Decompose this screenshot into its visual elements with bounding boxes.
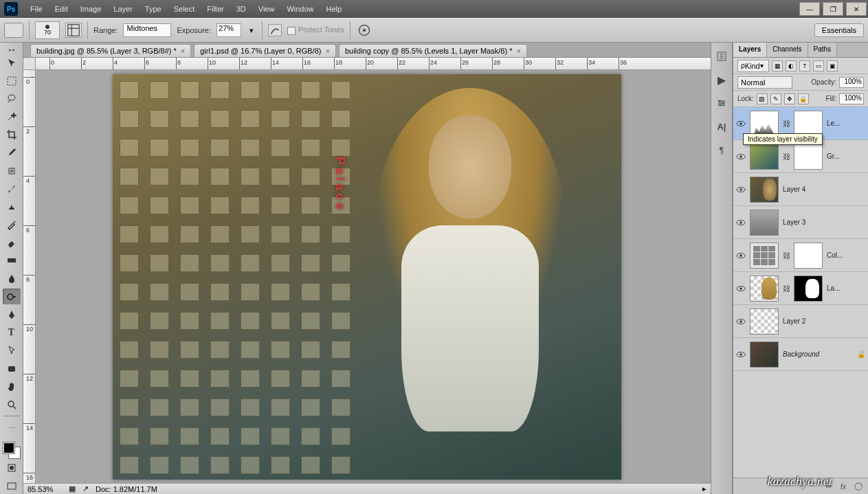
filter-kind-select[interactable]: ρ Kind ▾: [737, 60, 769, 72]
lock-transparency-icon[interactable]: ▨: [757, 93, 768, 104]
visibility-toggle[interactable]: [736, 185, 746, 194]
eraser-tool[interactable]: [3, 235, 21, 251]
clone-stamp-tool[interactable]: [3, 199, 21, 214]
layer-thumbnail[interactable]: [750, 111, 779, 137]
layer-name[interactable]: Layer 2: [783, 317, 865, 325]
layer-thumbnail[interactable]: [750, 308, 779, 335]
menu-view[interactable]: View: [253, 2, 280, 16]
layer-row[interactable]: ⛓ Gr...: [733, 140, 868, 173]
mask-thumbnail[interactable]: [794, 144, 823, 170]
visibility-toggle[interactable]: [736, 350, 746, 359]
character-panel-icon[interactable]: A|: [714, 120, 729, 133]
exposure-dropdown[interactable]: ▾: [247, 23, 256, 38]
visibility-toggle[interactable]: [736, 284, 746, 293]
layer-name[interactable]: Le...: [827, 120, 865, 127]
airbrush-toggle[interactable]: [268, 24, 282, 36]
canvas-image[interactable]: Palace: [113, 74, 621, 480]
menu-help[interactable]: Help: [321, 2, 348, 16]
protect-tones-checkbox[interactable]: Protect Tones: [287, 25, 344, 34]
filter-shape-icon[interactable]: ▭: [813, 60, 824, 71]
screen-mode-toggle[interactable]: [3, 478, 21, 494]
close-icon[interactable]: ×: [325, 47, 329, 55]
visibility-toggle[interactable]: [736, 119, 746, 128]
marquee-tool[interactable]: [3, 73, 21, 89]
brush-preset-picker[interactable]: 70: [35, 21, 60, 39]
brush-panel-toggle[interactable]: [65, 23, 82, 38]
layer-name[interactable]: La...: [827, 284, 865, 292]
layer-thumbnail[interactable]: [750, 276, 779, 302]
eyedropper-tool[interactable]: [3, 145, 21, 161]
properties-panel-icon[interactable]: [714, 96, 729, 110]
move-tool[interactable]: [3, 55, 21, 71]
link-icon[interactable]: ⛓: [783, 251, 790, 260]
visibility-toggle[interactable]: [736, 152, 746, 161]
foreground-color-swatch[interactable]: [3, 442, 14, 453]
layer-row[interactable]: Background 🔒: [733, 338, 868, 371]
visibility-toggle[interactable]: [736, 218, 746, 227]
layer-style-icon[interactable]: fx: [838, 481, 849, 492]
filter-adjustment-icon[interactable]: ◐: [786, 60, 797, 71]
fill-input[interactable]: 100%: [839, 93, 864, 104]
filter-type-icon[interactable]: T: [799, 60, 810, 71]
blend-mode-select[interactable]: Normal: [737, 76, 792, 89]
brush-tool[interactable]: [3, 181, 21, 197]
opacity-input[interactable]: 100%: [839, 77, 864, 88]
layer-thumbnail[interactable]: [750, 144, 779, 170]
menu-image[interactable]: Image: [75, 2, 107, 16]
layer-name[interactable]: Gr...: [827, 153, 865, 160]
layer-thumbnail[interactable]: [750, 243, 779, 269]
add-mask-icon[interactable]: ◯: [853, 481, 864, 492]
close-icon[interactable]: ×: [181, 47, 185, 55]
zoom-tool[interactable]: [3, 396, 21, 412]
magic-wand-tool[interactable]: [3, 109, 21, 125]
history-panel-icon[interactable]: [714, 49, 729, 63]
maximize-button[interactable]: ❐: [823, 2, 843, 16]
tablet-pressure-icon[interactable]: [356, 23, 372, 38]
ruler-horizontal[interactable]: 024681012141618202224262830323436: [36, 58, 711, 70]
link-icon[interactable]: ⛓: [783, 284, 790, 293]
layer-row[interactable]: Layer 3: [733, 206, 868, 239]
close-icon[interactable]: ×: [516, 47, 520, 55]
menu-layer[interactable]: Layer: [108, 2, 138, 16]
status-icon[interactable]: ▦: [69, 484, 76, 493]
blur-tool[interactable]: [3, 271, 21, 287]
type-tool[interactable]: T: [3, 325, 21, 341]
tab-channels[interactable]: Channels: [767, 43, 808, 57]
layer-row[interactable]: ⛓ La...: [733, 272, 868, 305]
mask-thumbnail[interactable]: [794, 111, 823, 137]
doc-size[interactable]: Doc: 1.82M/11.7M: [96, 485, 157, 493]
crop-tool[interactable]: [3, 127, 21, 143]
link-icon[interactable]: ⛓: [783, 153, 790, 161]
close-button[interactable]: ✕: [846, 2, 867, 16]
workspace-switcher[interactable]: Essentials: [814, 23, 864, 37]
menu-file[interactable]: File: [25, 2, 48, 16]
lock-pixels-icon[interactable]: ✎: [770, 93, 781, 104]
layer-row[interactable]: Layer 4: [733, 173, 868, 206]
filter-smart-icon[interactable]: ▣: [827, 60, 838, 71]
menu-filter[interactable]: Filter: [201, 2, 229, 16]
ruler-origin[interactable]: [23, 58, 36, 70]
gradient-tool[interactable]: [3, 253, 21, 269]
layer-name[interactable]: Col...: [827, 251, 865, 259]
link-icon[interactable]: ⛓: [783, 120, 790, 128]
dodge-tool[interactable]: [3, 289, 21, 304]
lock-position-icon[interactable]: ✥: [784, 93, 795, 104]
pen-tool[interactable]: [3, 306, 21, 322]
menu-3d[interactable]: 3D: [231, 2, 252, 16]
panel-grip[interactable]: ▸◂: [9, 47, 14, 53]
quick-mask-toggle[interactable]: [3, 460, 21, 476]
layer-row[interactable]: Layer 2: [733, 305, 868, 338]
shape-tool[interactable]: [3, 361, 21, 377]
edit-toolbar-icon[interactable]: ⋯: [3, 420, 21, 436]
layer-row[interactable]: ⛓ Col...: [733, 239, 868, 272]
layer-thumbnail[interactable]: [750, 177, 779, 203]
range-select[interactable]: Midtones: [123, 23, 171, 37]
zoom-level[interactable]: 85.53%: [27, 485, 62, 493]
menu-type[interactable]: Type: [140, 2, 167, 16]
layer-thumbnail[interactable]: [750, 210, 779, 236]
layer-row[interactable]: Indicates layer visibility ⛓ Le...: [733, 107, 868, 140]
visibility-toggle[interactable]: [736, 317, 746, 326]
ruler-vertical[interactable]: 0246810121416: [23, 70, 36, 483]
lasso-tool[interactable]: [3, 91, 21, 106]
doc-tab-0[interactable]: building.jpg @ 85.5% (Layer 3, RGB/8#) *…: [30, 44, 191, 57]
